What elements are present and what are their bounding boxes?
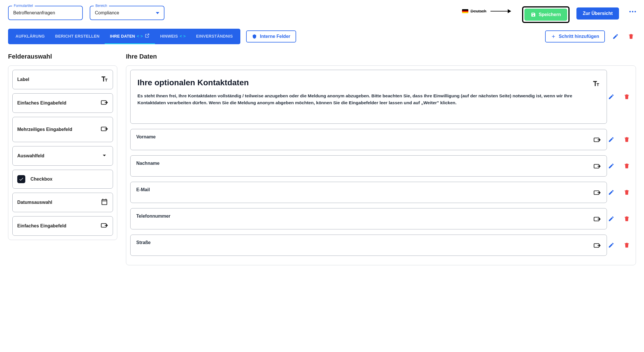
delete-intro-button[interactable] <box>622 92 632 102</box>
delete-steps-button[interactable] <box>626 32 636 41</box>
internal-fields-button[interactable]: Interne Felder <box>246 30 296 42</box>
form-field-card[interactable]: Telefonnummer <box>130 208 607 229</box>
save-icon <box>531 12 536 17</box>
form-title-legend: Formulartitel <box>12 4 35 8</box>
overview-button-label: Zur Übersicht <box>583 11 613 16</box>
shield-icon <box>252 34 257 39</box>
chevron-icon <box>101 152 108 160</box>
edit-field-button[interactable] <box>606 240 616 250</box>
field-option-label: Label <box>17 77 29 82</box>
edit-field-button[interactable] <box>606 161 616 171</box>
trash-icon <box>628 33 634 40</box>
tab-label: HINWEIS <box>160 34 178 38</box>
form-field-card[interactable]: Straße <box>130 235 607 256</box>
form-field-card[interactable]: E-Mail <box>130 182 607 203</box>
area-value: Compliance <box>95 10 119 16</box>
area-select[interactable]: Bereich Compliance <box>90 6 164 20</box>
language-label: Deutsch <box>471 9 486 13</box>
field-option-input[interactable]: Einfaches Eingabefeld <box>12 216 113 236</box>
tab-aufklärung[interactable]: AUFKLÄRUNG <box>10 29 50 44</box>
input-type-icon <box>593 215 601 224</box>
form-field-label: Straße <box>136 240 588 245</box>
input-icon <box>101 99 108 107</box>
edit-field-button[interactable] <box>606 214 616 224</box>
delete-field-button[interactable] <box>622 161 632 171</box>
intro-heading: Ihre optionalen Kontaktdaten <box>137 78 587 87</box>
delete-field-button[interactable] <box>622 135 632 144</box>
annotation-arrow-icon <box>490 11 511 11</box>
delete-field-button[interactable] <box>622 240 632 250</box>
overview-button[interactable]: Zur Übersicht <box>576 7 619 20</box>
delete-field-button[interactable] <box>622 214 632 224</box>
internal-fields-label: Interne Felder <box>260 34 290 39</box>
input-icon <box>101 222 108 230</box>
field-option-label: Einfaches Eingabefeld <box>17 100 66 106</box>
form-title-value: Betroffenenanfragen <box>13 10 78 16</box>
tab-einverständnis[interactable]: EINVERSTÄNDNIS <box>191 29 238 44</box>
calendar-icon <box>101 198 108 207</box>
form-field-card[interactable]: Vorname <box>130 129 607 150</box>
tab-hinweis[interactable]: HINWEIS< > <box>155 29 191 44</box>
form-title-field[interactable]: Formulartitel Betroffenenanfragen <box>8 6 83 20</box>
tab-label: EINVERSTÄNDNIS <box>196 34 233 38</box>
tab-label: BERICHT ERSTELLEN <box>55 34 99 38</box>
field-option-label: Einfaches Eingabefeld <box>17 223 66 229</box>
form-field-label: Vorname <box>136 134 588 140</box>
field-option-label: Auswahlfeld <box>17 153 44 158</box>
your-data-title: Ihre Daten <box>126 53 636 60</box>
field-option-label: Mehrzeiliges Eingabefeld <box>17 127 72 132</box>
edit-field-button[interactable] <box>606 135 616 144</box>
intro-text-card[interactable]: Ihre optionalen Kontaktdaten Es steht Ih… <box>130 70 607 124</box>
field-option-text[interactable]: Label <box>12 70 113 89</box>
form-field-card[interactable]: Nachname <box>130 155 607 177</box>
input-type-icon <box>593 189 601 198</box>
external-link-icon <box>145 33 150 39</box>
field-option-checkbox[interactable]: Checkbox <box>12 170 113 189</box>
field-option-label: Datumsauswahl <box>17 200 52 205</box>
edit-field-button[interactable] <box>606 187 616 197</box>
edit-steps-button[interactable] <box>611 32 620 41</box>
code-icon: < > <box>137 34 143 38</box>
steps-tab-bar: AUFKLÄRUNGBERICHT ERSTELLENIHRE DATEN< >… <box>8 29 240 44</box>
input-type-icon <box>593 242 601 250</box>
tab-label: IHRE DATEN <box>110 34 135 38</box>
plus-icon <box>551 34 556 39</box>
tab-label: AUFKLÄRUNG <box>16 34 45 38</box>
checkbox-icon <box>17 175 25 183</box>
save-highlight-box: Speichern <box>522 6 570 23</box>
trash-icon <box>624 94 630 100</box>
edit-intro-button[interactable] <box>606 92 616 102</box>
dropdown-caret-icon <box>156 12 159 14</box>
add-step-label: Schritt hinzufügen <box>559 34 599 39</box>
input-type-icon <box>593 163 601 171</box>
field-options-panel: LabelEinfaches EingabefeldMehrzeiliges E… <box>8 65 117 240</box>
field-option-label: Checkbox <box>30 177 52 182</box>
tab-bericht-erstellen[interactable]: BERICHT ERSTELLEN <box>50 29 105 44</box>
add-step-button[interactable]: Schritt hinzufügen <box>545 30 605 42</box>
input-icon <box>101 125 108 134</box>
pencil-icon <box>608 94 614 100</box>
input-type-icon <box>593 136 601 145</box>
form-field-label: E-Mail <box>136 187 588 192</box>
save-button[interactable]: Speichern <box>524 9 567 21</box>
text-type-icon <box>592 80 600 88</box>
code-icon: < > <box>180 34 186 38</box>
form-field-label: Nachname <box>136 161 588 166</box>
form-field-label: Telefonnummer <box>136 214 588 219</box>
flag-de-icon <box>462 9 468 13</box>
field-option-calendar[interactable]: Datumsauswahl <box>12 193 113 212</box>
form-content-panel: Ihre optionalen Kontaktdaten Es steht Ih… <box>126 65 636 265</box>
field-selection-title: Felderauswahl <box>8 53 117 60</box>
save-button-label: Speichern <box>539 12 561 17</box>
field-option-input[interactable]: Einfaches Eingabefeld <box>12 93 113 113</box>
delete-field-button[interactable] <box>622 187 632 197</box>
text-icon <box>101 75 108 84</box>
intro-body: Es steht Ihnen frei, Ihre Kontaktdaten v… <box>137 92 587 106</box>
pencil-icon <box>612 33 619 40</box>
more-menu-button[interactable] <box>629 11 636 12</box>
field-option-chevron[interactable]: Auswahlfeld <box>12 146 113 166</box>
language-selector[interactable]: Deutsch <box>462 9 511 13</box>
field-option-input[interactable]: Mehrzeiliges Eingabefeld <box>12 117 113 142</box>
tab-ihre-daten[interactable]: IHRE DATEN< > <box>105 29 155 44</box>
area-legend: Bereich <box>94 4 109 8</box>
